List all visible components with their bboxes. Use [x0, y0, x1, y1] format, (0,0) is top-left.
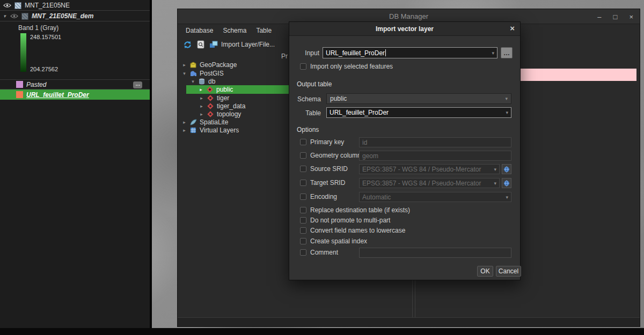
tree-item-geopackage[interactable]: ▸ GeoPackage	[182, 61, 237, 69]
menu-schema[interactable]: Schema	[218, 25, 251, 36]
tree-item-tiger-data[interactable]: ▸ tiger_data	[199, 102, 245, 110]
close-icon[interactable]: ×	[510, 24, 515, 33]
window-controls: – □ ×	[597, 9, 633, 24]
spatialite-icon	[189, 119, 197, 126]
chevron-right-icon[interactable]: ▸	[199, 87, 203, 92]
dialog-titlebar[interactable]: Import vector layer ×	[289, 22, 520, 36]
tree-item-tiger[interactable]: ▸ tiger	[199, 94, 229, 102]
encoding-combobox[interactable]: Automatic ▾	[359, 192, 511, 202]
options-section-label: Options	[297, 126, 319, 133]
target-srid-combobox[interactable]: EPSG:3857 - WGS 84 / Pseudo-Mercator ▾	[359, 178, 500, 188]
dialog-title: Import vector layer	[376, 25, 434, 33]
source-srid-crs-button[interactable]	[502, 164, 511, 174]
window-title: DB Manager	[389, 12, 428, 20]
input-combobox[interactable]: URL_feuillet_ProDer ▾	[323, 47, 497, 58]
comment-field[interactable]	[359, 248, 511, 258]
chevron-down-icon: ▾	[505, 96, 508, 101]
tree-item-label: tiger	[217, 94, 229, 102]
tree-item-label: GeoPackage	[200, 61, 237, 69]
spatial-index-label: Create spatial index	[310, 237, 367, 245]
import-vector-layer-dialog: Import vector layer × Input URL_feuillet…	[289, 21, 521, 280]
geometry-column-checkbox[interactable]	[300, 152, 306, 159]
tree-item-postgis[interactable]: ▾ PostGIS	[182, 69, 224, 78]
cancel-button[interactable]: Cancel	[496, 266, 521, 277]
primary-key-field[interactable]: id	[359, 137, 511, 147]
layer-row-raster[interactable]: MNT_21E05NE	[0, 1, 150, 11]
tree-item-db[interactable]: ▾ db	[191, 77, 215, 86]
replace-table-checkbox[interactable]	[300, 207, 306, 213]
chevron-down-icon[interactable]: ▾	[191, 79, 195, 84]
tree-item-spatialite[interactable]: ▸ SpatiaLite	[182, 118, 228, 126]
maximize-button[interactable]: □	[613, 13, 618, 21]
chevron-down-icon: ▾	[506, 110, 508, 115]
import-layer-button[interactable]: Import Layer/File...	[209, 41, 275, 48]
input-label: Input	[297, 49, 319, 57]
source-srid-checkbox[interactable]	[300, 166, 306, 172]
tree-item-public[interactable]: ▸ public	[186, 85, 289, 94]
spatial-index-checkbox[interactable]	[300, 238, 306, 244]
target-srid-crs-button[interactable]	[502, 178, 511, 188]
encoding-label: Encoding	[310, 193, 337, 200]
tree-item-label: PostGIS	[200, 70, 224, 77]
menu-table[interactable]: Table	[251, 25, 276, 36]
minimize-button[interactable]: –	[597, 13, 601, 21]
chevron-down-icon[interactable]: ▾	[182, 71, 187, 76]
primary-key-checkbox[interactable]	[300, 139, 306, 145]
lowercase-label: Convert field names to lowercase	[310, 227, 405, 234]
refresh-icon[interactable]	[183, 40, 192, 49]
chevron-right-icon[interactable]: ▸	[182, 128, 187, 133]
menu-database[interactable]: Database	[181, 25, 218, 36]
layer-row-url-feuillet[interactable]: URL_feuillet_ProDer	[0, 90, 150, 100]
schema-combobox[interactable]: public ▾	[326, 93, 511, 104]
import-selected-checkbox[interactable]	[300, 63, 306, 70]
comment-checkbox[interactable]	[300, 249, 306, 256]
eye-icon[interactable]	[10, 13, 18, 19]
browse-button[interactable]: …	[501, 47, 513, 58]
primary-key-value: id	[362, 139, 508, 146]
raster-layer-icon	[21, 13, 28, 20]
layer-row-pasted[interactable]: Pasted	[0, 79, 150, 90]
layer-name: MNT_21E05NE	[25, 2, 70, 9]
source-srid-label: Source SRID	[310, 165, 348, 173]
geometry-column-field[interactable]: geom	[359, 151, 511, 161]
tree-item-label: topology	[217, 110, 241, 118]
screen: MNT_21E05NE ▾ MNT_21E05NE_dem Band 1 (Gr…	[0, 0, 644, 335]
import-selected-label: Import only selected features	[310, 63, 393, 70]
target-srid-checkbox[interactable]	[300, 180, 306, 186]
raster-layer-icon	[14, 2, 21, 9]
color-ramp	[20, 33, 26, 72]
db-manager-statusbar	[178, 317, 640, 326]
target-srid-label: Target SRID	[310, 179, 345, 187]
chevron-right-icon[interactable]: ▸	[199, 103, 204, 109]
layer-row-dem[interactable]: ▾ MNT_21E05NE_dem	[0, 11, 150, 21]
chevron-down-icon: ▾	[492, 50, 494, 56]
eye-icon[interactable]	[3, 3, 11, 8]
partial-text-providers: Pr	[281, 53, 288, 60]
schema-icon	[207, 103, 214, 110]
chevron-right-icon[interactable]: ▸	[182, 62, 187, 68]
ramp-max-value: 248.157501	[30, 34, 61, 40]
lowercase-checkbox[interactable]	[300, 227, 306, 234]
close-button[interactable]: ×	[629, 13, 633, 21]
output-table-section-label: Output table	[297, 80, 332, 88]
layer-name: Pasted	[26, 81, 46, 88]
chevron-down-icon[interactable]: ▾	[2, 13, 7, 19]
layer-badge-icon[interactable]	[133, 81, 142, 88]
schema-icon	[206, 86, 214, 93]
tree-item-virtual-layers[interactable]: ▸ Virtual Layers	[182, 126, 239, 135]
chevron-right-icon[interactable]: ▸	[199, 111, 204, 117]
tree-item-label: tiger_data	[217, 102, 245, 110]
ok-button[interactable]: OK	[477, 266, 493, 277]
chevron-right-icon[interactable]: ▸	[199, 95, 204, 101]
globe-icon	[503, 180, 510, 187]
tree-item-topology[interactable]: ▸ topology	[199, 110, 241, 118]
schema-value: public	[330, 95, 503, 102]
chevron-right-icon[interactable]: ▸	[182, 120, 187, 125]
table-combobox[interactable]: URL_feuillet_ProDer ▾	[326, 107, 511, 118]
sql-window-icon[interactable]	[197, 40, 204, 49]
encoding-checkbox[interactable]	[300, 193, 306, 200]
source-srid-combobox[interactable]: EPSG:3857 - WGS 84 / Pseudo-Mercator ▾	[359, 164, 500, 174]
multipart-checkbox[interactable]	[300, 217, 306, 224]
table-value: URL_feuillet_ProDer	[330, 109, 503, 116]
layers-panel: MNT_21E05NE ▾ MNT_21E05NE_dem Band 1 (Gr…	[0, 0, 152, 328]
